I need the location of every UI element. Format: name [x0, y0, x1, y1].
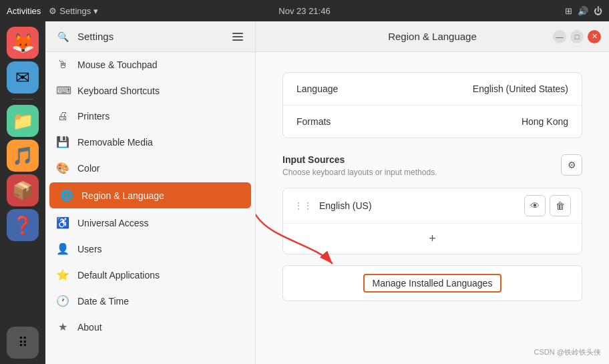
input-sources-text: Input Sources Choose keyboard layouts or… — [282, 154, 437, 177]
plus-icon: + — [429, 232, 436, 246]
dock-software[interactable]: 📦 — [7, 174, 39, 206]
chevron-down-icon: ▾ — [93, 6, 98, 16]
topbar-right: ⊞ 🔊 ⏻ — [565, 6, 602, 16]
users-icon: 👤 — [56, 242, 69, 255]
sidebar-label-color: Color — [77, 163, 99, 174]
sidebar-label-keyboard: Keyboard Shortcuts — [77, 85, 160, 96]
sidebar-label-mouse: Mouse & Touchpad — [77, 59, 158, 70]
globe-icon: 🌐 — [60, 189, 73, 202]
sidebar-label-region: Region & Language — [81, 190, 164, 201]
sidebar-label-datetime: Date & Time — [77, 296, 129, 307]
maximize-button[interactable]: □ — [570, 30, 584, 43]
formats-value: Hong Kong — [522, 116, 568, 127]
sidebar-item-keyboard-shortcuts[interactable]: ⌨ Keyboard Shortcuts — [45, 77, 255, 104]
input-source-english-us: ⋮⋮ English (US) 👁 🗑 — [283, 188, 582, 224]
sidebar-label-default-apps: Default Applications — [77, 270, 160, 281]
watermark: CSDN @铁岭铁头侠 — [534, 347, 601, 357]
info-icon: ★ — [56, 321, 69, 333]
network-icon: ⊞ — [565, 6, 572, 16]
datetime-display: Nov 23 21:46 — [278, 6, 330, 16]
sidebar-item-about[interactable]: ★ About — [45, 314, 255, 340]
sidebar-item-printers[interactable]: 🖨 Printers — [45, 104, 255, 129]
language-formats-card: Language English (United States) Formats… — [282, 72, 582, 138]
search-button[interactable]: 🔍 — [53, 27, 72, 46]
sidebar-item-color[interactable]: 🎨 Color — [45, 155, 255, 181]
formats-row[interactable]: Formats Hong Kong — [283, 106, 582, 138]
access-icon: ♿ — [56, 216, 69, 229]
input-sources-card: ⋮⋮ English (US) 👁 🗑 + — [282, 188, 582, 254]
dock-help[interactable]: ❓ — [7, 209, 39, 241]
add-input-source-button[interactable]: + — [283, 224, 582, 254]
sidebar-title: Settings — [77, 31, 223, 42]
keyboard-icon: ⌨ — [56, 84, 69, 97]
delete-input-button[interactable]: 🗑 — [550, 195, 571, 216]
sidebar-item-universal-access[interactable]: ♿ Universal Access — [45, 210, 255, 236]
topbar-left: Activities ⚙ Settings ▾ — [7, 6, 98, 16]
sidebar-label-removable: Removable Media — [77, 137, 153, 148]
titlebar: 🔍 Settings Region & Language — □ ✕ — [45, 21, 609, 52]
minimize-button[interactable]: — — [553, 30, 566, 43]
preview-input-button[interactable]: 👁 — [524, 195, 546, 216]
sidebar-item-mouse-touchpad[interactable]: 🖱 Mouse & Touchpad — [45, 52, 255, 77]
topbar: Activities ⚙ Settings ▾ Nov 23 21:46 ⊞ 🔊… — [0, 0, 609, 21]
printer-icon: 🖨 — [56, 110, 69, 122]
power-icon: ⏻ — [594, 6, 602, 16]
sidebar-item-removable-media[interactable]: 💾 Removable Media — [45, 129, 255, 155]
sidebar-label-printers: Printers — [77, 111, 110, 122]
input-sources-header: Input Sources Choose keyboard layouts or… — [282, 154, 582, 177]
sidebar-item-users[interactable]: 👤 Users — [45, 236, 255, 262]
input-sources-title: Input Sources — [282, 154, 437, 165]
input-sources-gear-button[interactable]: ⚙ — [561, 154, 582, 176]
drag-handle-icon: ⋮⋮ — [294, 200, 313, 211]
main-titlebar: Region & Language — □ ✕ — [256, 21, 609, 51]
sidebar-item-region-language[interactable]: 🌐 Region & Language — [49, 182, 251, 208]
page-title: Region & Language — [388, 31, 477, 42]
language-row[interactable]: Language English (United States) — [283, 73, 582, 106]
formats-label: Formats — [296, 116, 331, 127]
dock-files[interactable]: 📁 — [7, 105, 39, 137]
main-window: 🔍 Settings Region & Language — □ ✕ 🖱 Mou… — [45, 21, 609, 364]
window-controls: — □ ✕ — [553, 30, 601, 43]
sidebar-label-users: Users — [77, 244, 102, 254]
color-icon: 🎨 — [56, 162, 69, 174]
dock-apps[interactable]: ⠿ — [7, 327, 39, 359]
main-panel: Language English (United States) Formats… — [256, 52, 609, 364]
sidebar-label-about: About — [77, 322, 102, 333]
sidebar: 🖱 Mouse & Touchpad ⌨ Keyboard Shortcuts … — [45, 52, 256, 364]
media-icon: 💾 — [56, 136, 69, 148]
input-source-actions: 👁 🗑 — [524, 195, 571, 216]
menu-line-3 — [232, 39, 243, 41]
menu-line-2 — [232, 36, 243, 37]
menu-line-1 — [232, 33, 243, 34]
activities-button[interactable]: Activities — [7, 6, 41, 16]
dock-separator — [12, 99, 33, 100]
mouse-icon: 🖱 — [56, 59, 69, 71]
input-sources-subtitle: Choose keyboard layouts or input methods… — [282, 168, 437, 177]
close-button[interactable]: ✕ — [588, 30, 601, 43]
clock-icon: 🕐 — [56, 295, 69, 307]
dock-firefox[interactable]: 🦊 — [7, 27, 39, 59]
manage-languages-label: Manage Installed Languages — [363, 274, 502, 293]
dock-music[interactable]: 🎵 — [7, 140, 39, 172]
application-dock: 🦊 ✉ 📁 🎵 📦 ❓ ⠿ — [0, 21, 45, 364]
language-label: Language — [296, 83, 338, 94]
input-source-name: English (US) — [319, 200, 524, 211]
manage-languages-section: Manage Installed Languages — [282, 265, 582, 301]
settings-menu-icon: ⚙ — [49, 6, 57, 16]
sidebar-item-date-time[interactable]: 🕐 Date & Time — [45, 288, 255, 314]
settings-menu-btn[interactable]: ⚙ Settings ▾ — [49, 6, 98, 16]
language-value: English (United States) — [473, 83, 568, 94]
star-icon: ⭐ — [56, 268, 69, 281]
sidebar-label-access: Universal Access — [77, 218, 149, 228]
content-area: 🖱 Mouse & Touchpad ⌨ Keyboard Shortcuts … — [45, 52, 609, 364]
sidebar-titlebar: 🔍 Settings — [45, 21, 256, 51]
volume-icon: 🔊 — [578, 6, 588, 16]
sidebar-item-default-applications[interactable]: ⭐ Default Applications — [45, 262, 255, 288]
hamburger-menu-button[interactable] — [228, 27, 247, 46]
dock-mail[interactable]: ✉ — [7, 61, 39, 94]
manage-languages-button[interactable]: Manage Installed Languages — [282, 265, 582, 301]
